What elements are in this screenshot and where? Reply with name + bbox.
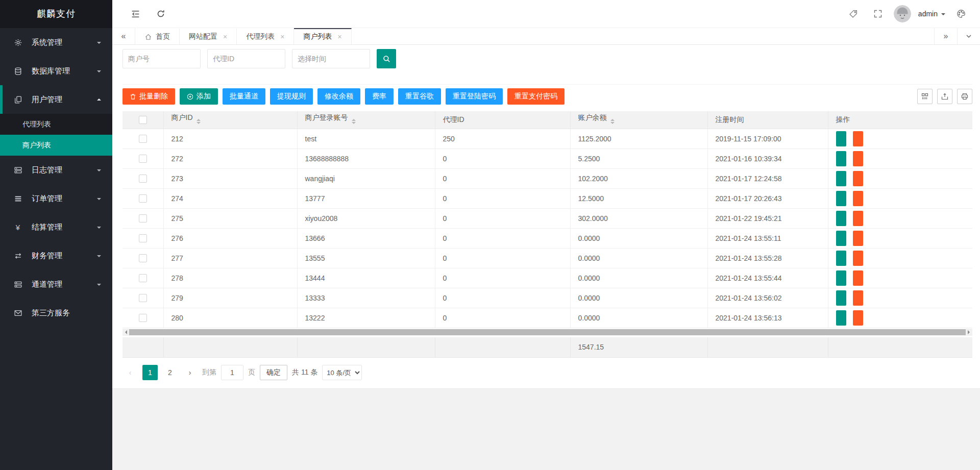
- withdraw-rules-button[interactable]: 提现规则: [270, 88, 313, 105]
- date-picker-input[interactable]: [292, 49, 370, 68]
- sidebar-item-finance[interactable]: 财务管理: [0, 241, 112, 270]
- row-action-orange-button[interactable]: [853, 270, 863, 286]
- sidebar-item-orders[interactable]: 订单管理: [0, 184, 112, 213]
- reset-google-button[interactable]: 重置谷歌: [398, 88, 441, 105]
- tab-agent-list[interactable]: 代理列表×: [237, 28, 294, 44]
- row-action-teal-button[interactable]: [836, 191, 846, 206]
- next-page-button[interactable]: ›: [182, 365, 198, 380]
- row-checkbox[interactable]: [139, 294, 147, 302]
- sidebar-item-users[interactable]: 用户管理: [0, 85, 112, 114]
- sort-icon[interactable]: [610, 117, 615, 126]
- row-action-teal-button[interactable]: [836, 131, 846, 146]
- horizontal-scrollbar[interactable]: [122, 329, 972, 336]
- row-action-teal-button[interactable]: [836, 231, 846, 246]
- search-button[interactable]: [377, 49, 396, 68]
- tabs-dropdown-button[interactable]: [957, 28, 980, 44]
- row-action-orange-button[interactable]: [853, 151, 863, 166]
- row-action-orange-button[interactable]: [853, 131, 863, 146]
- page-size-select[interactable]: 10 条/页: [322, 365, 362, 380]
- refresh-button[interactable]: [152, 5, 169, 22]
- modify-balance-button[interactable]: 修改余额: [317, 88, 360, 105]
- merchant-no-input[interactable]: [122, 49, 201, 68]
- tab-site-config[interactable]: 网站配置×: [180, 28, 237, 44]
- row-action-orange-button[interactable]: [853, 290, 863, 306]
- row-action-teal-button[interactable]: [836, 310, 846, 326]
- page-button-2[interactable]: 2: [162, 365, 178, 380]
- row-action-teal-button[interactable]: [836, 251, 846, 266]
- tag-icon[interactable]: [845, 5, 862, 22]
- row-action-orange-button[interactable]: [853, 191, 863, 206]
- row-checkbox[interactable]: [139, 214, 147, 222]
- goto-confirm-button[interactable]: 确定: [260, 365, 287, 380]
- sidebar-item-channel[interactable]: 通道管理: [0, 270, 112, 299]
- sort-down-icon: [197, 122, 201, 126]
- scroll-right-arrow[interactable]: [966, 329, 972, 336]
- close-icon[interactable]: ×: [280, 33, 284, 41]
- tab-home[interactable]: 首页: [135, 28, 180, 44]
- agent-id-input[interactable]: [207, 49, 285, 68]
- row-action-orange-button[interactable]: [853, 171, 863, 186]
- button-label: 费率: [372, 92, 386, 101]
- page-button-1[interactable]: 1: [142, 365, 158, 380]
- close-icon[interactable]: ×: [337, 33, 341, 41]
- column-header-merchant-id[interactable]: 商户ID: [163, 111, 297, 129]
- print-button[interactable]: [957, 89, 972, 104]
- sidebar-collapse-button[interactable]: [127, 5, 144, 22]
- row-action-orange-button[interactable]: [853, 310, 863, 326]
- avatar[interactable]: [894, 5, 911, 22]
- theme-palette-icon[interactable]: [952, 5, 970, 22]
- goto-page-input[interactable]: [221, 365, 243, 380]
- scrollbar-thumb[interactable]: [129, 329, 966, 335]
- row-action-teal-button[interactable]: [836, 211, 846, 226]
- row-action-orange-button[interactable]: [853, 251, 863, 266]
- row-checkbox[interactable]: [139, 274, 147, 282]
- add-button[interactable]: 添加: [180, 88, 218, 105]
- rate-button[interactable]: 费率: [365, 88, 394, 105]
- sidebar-item-thirdparty[interactable]: 第三方服务: [0, 299, 112, 327]
- row-checkbox[interactable]: [139, 314, 147, 322]
- sort-icon[interactable]: [352, 117, 356, 126]
- user-menu[interactable]: admin: [918, 10, 945, 18]
- tab-merchant-list[interactable]: 商户列表×: [294, 28, 351, 44]
- row-checkbox[interactable]: [139, 155, 147, 163]
- tabs-scroll-left-button[interactable]: «: [112, 28, 135, 44]
- close-icon[interactable]: ×: [223, 33, 227, 41]
- export-button[interactable]: [937, 89, 952, 104]
- row-action-orange-button[interactable]: [853, 231, 863, 246]
- sort-up-icon: [610, 117, 615, 121]
- row-checkbox[interactable]: [139, 234, 147, 242]
- sidebar-item-logs[interactable]: 日志管理: [0, 156, 112, 184]
- row-checkbox[interactable]: [139, 254, 147, 262]
- reset-login-pwd-button[interactable]: 重置登陆密码: [446, 88, 503, 105]
- row-checkbox[interactable]: [139, 135, 147, 143]
- sidebar-menu: 系统管理数据库管理用户管理代理列表商户列表日志管理订单管理¥结算管理财务管理通道…: [0, 28, 112, 327]
- sidebar-subitem-agent-list[interactable]: 代理列表: [0, 114, 112, 135]
- sidebar-item-system[interactable]: 系统管理: [0, 28, 112, 57]
- prev-page-button[interactable]: ‹: [122, 365, 138, 380]
- row-action-teal-button[interactable]: [836, 151, 846, 166]
- filter-columns-button[interactable]: [917, 89, 933, 104]
- row-action-teal-button[interactable]: [836, 290, 846, 306]
- column-header-balance[interactable]: 账户余额: [570, 111, 707, 129]
- batch-channel-button[interactable]: 批量通道: [223, 88, 265, 105]
- row-checkbox[interactable]: [139, 175, 147, 183]
- row-action-teal-button[interactable]: [836, 270, 846, 286]
- row-action-teal-button[interactable]: [836, 171, 846, 186]
- select-all-checkbox[interactable]: [139, 116, 147, 124]
- cell-balance: 0.0000: [570, 248, 707, 268]
- cell-balance: 0.0000: [570, 228, 707, 248]
- scroll-left-arrow[interactable]: [122, 329, 129, 336]
- yen-icon: ¥: [13, 224, 23, 231]
- column-header-login-account[interactable]: 商户登录账号: [297, 111, 435, 129]
- sidebar-item-database[interactable]: 数据库管理: [0, 57, 112, 85]
- row-checkbox[interactable]: [139, 194, 147, 203]
- tabs-scroll-right-button[interactable]: »: [934, 28, 957, 44]
- fullscreen-icon[interactable]: [869, 5, 887, 22]
- sort-icon[interactable]: [197, 117, 201, 126]
- reset-pay-pwd-button[interactable]: 重置支付密码: [507, 88, 565, 105]
- sidebar-item-settle[interactable]: ¥结算管理: [0, 213, 112, 241]
- row-action-orange-button[interactable]: [853, 211, 863, 226]
- sidebar-subitem-merchant-list[interactable]: 商户列表: [0, 135, 112, 156]
- row-actions-cell: [828, 149, 972, 168]
- batch-delete-button[interactable]: 批量删除: [122, 88, 175, 105]
